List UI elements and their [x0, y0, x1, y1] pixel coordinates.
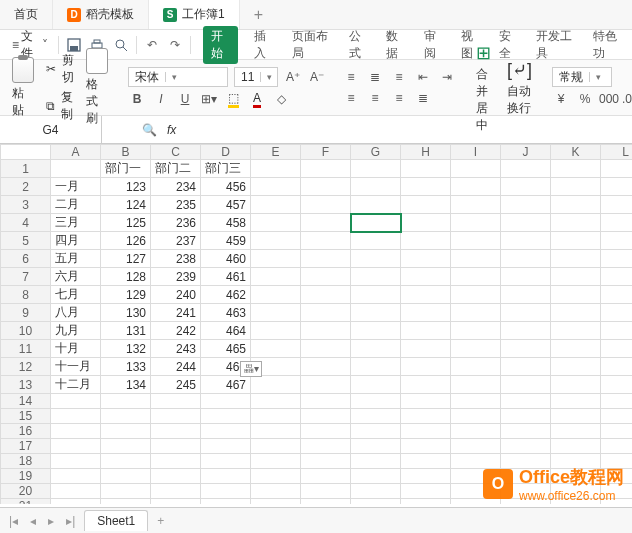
cell[interactable]: 九月	[51, 322, 101, 340]
cell[interactable]	[201, 439, 251, 454]
sheet-nav-prev[interactable]: ◂	[27, 514, 39, 528]
cell[interactable]	[51, 499, 101, 505]
cell[interactable]	[501, 214, 551, 232]
cell[interactable]	[201, 469, 251, 484]
copy-icon[interactable]: ⧉	[46, 99, 55, 113]
cell[interactable]	[51, 454, 101, 469]
cell[interactable]	[501, 160, 551, 178]
cell[interactable]	[501, 394, 551, 409]
cell[interactable]	[601, 304, 633, 322]
cell[interactable]	[501, 376, 551, 394]
cell[interactable]	[401, 286, 451, 304]
cell[interactable]	[551, 268, 601, 286]
cell[interactable]	[251, 268, 301, 286]
cell[interactable]	[401, 424, 451, 439]
cell[interactable]	[351, 484, 401, 499]
cell[interactable]: 243	[151, 340, 201, 358]
font-name-combo[interactable]: 宋体▾	[128, 67, 228, 87]
cell[interactable]	[401, 376, 451, 394]
cell[interactable]	[301, 358, 351, 376]
col-header[interactable]: B	[101, 145, 151, 160]
cell[interactable]	[601, 214, 633, 232]
cell[interactable]	[601, 358, 633, 376]
cell[interactable]	[251, 499, 301, 505]
cell[interactable]	[251, 376, 301, 394]
indent-right-button[interactable]: ⇥	[438, 68, 456, 86]
cell[interactable]	[551, 286, 601, 304]
cell[interactable]	[301, 250, 351, 268]
col-header[interactable]: A	[51, 145, 101, 160]
cell[interactable]	[401, 409, 451, 424]
cell[interactable]: 124	[101, 196, 151, 214]
cell[interactable]	[251, 454, 301, 469]
cell[interactable]	[451, 268, 501, 286]
cell[interactable]: 二月	[51, 196, 101, 214]
cell[interactable]	[601, 286, 633, 304]
cell[interactable]: 六月	[51, 268, 101, 286]
cell[interactable]	[401, 178, 451, 196]
cell[interactable]	[601, 340, 633, 358]
italic-button[interactable]: I	[152, 90, 170, 108]
increase-decimal-button[interactable]: .0→	[624, 90, 632, 108]
ribbon-tab-special[interactable]: 特色功	[591, 26, 624, 64]
cell[interactable]: 126	[101, 232, 151, 250]
cell[interactable]	[551, 178, 601, 196]
row-header[interactable]: 3	[1, 196, 51, 214]
undo-icon[interactable]: ↶	[143, 35, 161, 55]
cell[interactable]	[201, 454, 251, 469]
cell[interactable]	[301, 322, 351, 340]
cell[interactable]: 463	[201, 304, 251, 322]
cell[interactable]	[351, 439, 401, 454]
row-header[interactable]: 19	[1, 469, 51, 484]
cell[interactable]	[451, 409, 501, 424]
cell[interactable]: 一月	[51, 178, 101, 196]
cell[interactable]	[151, 439, 201, 454]
cell[interactable]	[501, 358, 551, 376]
cell[interactable]	[251, 160, 301, 178]
row-header[interactable]: 7	[1, 268, 51, 286]
tab-template[interactable]: D稻壳模板	[53, 0, 149, 29]
col-header[interactable]: E	[251, 145, 301, 160]
cell[interactable]	[551, 376, 601, 394]
sheet-nav-next[interactable]: ▸	[45, 514, 57, 528]
cell[interactable]	[351, 178, 401, 196]
cell[interactable]	[351, 304, 401, 322]
cell[interactable]: 十月	[51, 340, 101, 358]
ribbon-tab-insert[interactable]: 插入	[252, 26, 275, 64]
cell[interactable]	[451, 214, 501, 232]
cell[interactable]	[351, 454, 401, 469]
select-all-corner[interactable]	[1, 145, 51, 160]
redo-icon[interactable]: ↷	[166, 35, 184, 55]
cell[interactable]	[201, 409, 251, 424]
cell[interactable]: 460	[201, 250, 251, 268]
cell[interactable]	[451, 232, 501, 250]
cell[interactable]	[51, 394, 101, 409]
cell[interactable]: 133	[101, 358, 151, 376]
cell[interactable]	[551, 358, 601, 376]
align-middle-button[interactable]: ≣	[366, 68, 384, 86]
cell[interactable]	[551, 439, 601, 454]
border-button[interactable]: ⊞▾	[200, 90, 218, 108]
cell[interactable]	[451, 286, 501, 304]
cell[interactable]	[151, 394, 201, 409]
cell[interactable]	[351, 394, 401, 409]
align-top-button[interactable]: ≡	[342, 68, 360, 86]
cell[interactable]	[251, 322, 301, 340]
cell[interactable]: 239	[151, 268, 201, 286]
cell[interactable]: 236	[151, 214, 201, 232]
cell[interactable]	[101, 484, 151, 499]
cell[interactable]	[601, 424, 633, 439]
tab-add-button[interactable]: +	[240, 6, 277, 24]
comma-button[interactable]: 000	[600, 90, 618, 108]
cell[interactable]	[551, 304, 601, 322]
cell[interactable]: 244	[151, 358, 201, 376]
font-size-combo[interactable]: 11▾	[234, 67, 278, 87]
cell[interactable]	[551, 409, 601, 424]
cell[interactable]	[501, 340, 551, 358]
cell[interactable]: 457	[201, 196, 251, 214]
paste-button[interactable]: 粘贴	[8, 55, 38, 121]
ribbon-tab-start[interactable]: 开始	[203, 26, 238, 64]
cell[interactable]	[551, 214, 601, 232]
cell[interactable]: 十二月	[51, 376, 101, 394]
cell[interactable]: 部门二	[151, 160, 201, 178]
